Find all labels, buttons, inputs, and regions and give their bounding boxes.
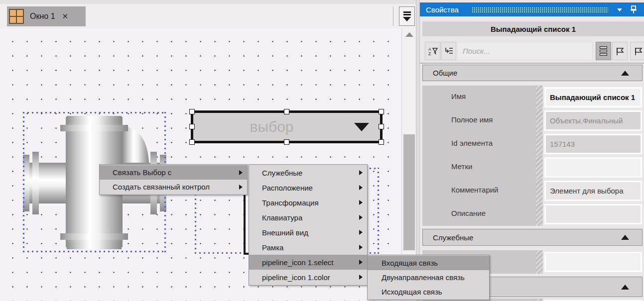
- scroll-up-icon[interactable]: [405, 32, 413, 37]
- scrollbar-thumb[interactable]: [403, 134, 415, 250]
- submenu-arrow-icon: [359, 230, 363, 235]
- overflow-icon: [403, 11, 411, 13]
- section-header-service[interactable]: Служебные: [422, 229, 643, 246]
- menu-item-link-selection[interactable]: Связать Выбор с: [100, 165, 247, 180]
- sort-az-button[interactable]: A Z: [425, 42, 440, 60]
- top-strip: [0, 0, 416, 4]
- submenu-item-transform[interactable]: Трансформация: [249, 195, 367, 210]
- submenu-arrow-icon: [359, 245, 363, 250]
- submenu-item-pipeline-color[interactable]: pipeline_icon 1.color: [249, 270, 367, 285]
- submenu-arrow-icon: [359, 275, 363, 280]
- general-rows: Имя Выпадающий список 1 Полное имя Объек…: [420, 86, 644, 226]
- menu-item-create-linked-control[interactable]: Создать связанный контрол: [100, 180, 247, 194]
- submenu-item-pipeline-select[interactable]: pipeline_icon 1.select: [249, 255, 367, 270]
- toolbar-divider: [420, 63, 644, 64]
- search-box[interactable]: [457, 42, 593, 60]
- submenu-item-service[interactable]: Служебные: [249, 165, 367, 180]
- submenu-arrow-icon: [359, 260, 363, 265]
- submenu-item-bidirectional-link[interactable]: Двунаправленная связь: [368, 270, 489, 285]
- panel-title: Свойства: [426, 5, 459, 14]
- element-border-fragment-v: [244, 195, 246, 255]
- properties-panel-header[interactable]: Свойства: [420, 2, 644, 16]
- selection-handle-sw[interactable]: [189, 139, 195, 145]
- tags-field[interactable]: [544, 157, 642, 178]
- selection-handle-s[interactable]: [284, 139, 289, 145]
- list-view-icon: [600, 46, 607, 56]
- context-menu: Связать Выбор с Создать связанный контро…: [99, 164, 248, 195]
- submenu-arrow-icon: [239, 185, 243, 190]
- element-title-bar: Выпадающий список 1: [422, 21, 644, 36]
- search-input[interactable]: [458, 42, 592, 60]
- selection-handle-nw[interactable]: [189, 109, 195, 114]
- element-id-field: 157143: [544, 134, 642, 154]
- jump-to-element-icon: [444, 46, 454, 56]
- flag-filter-button[interactable]: [612, 42, 628, 60]
- selection-handle-n[interactable]: [284, 109, 289, 114]
- submenu-item-keyboard[interactable]: Клавиатура: [249, 210, 367, 225]
- dropdown-control-label: выбор: [193, 113, 350, 141]
- element-title: Выпадающий список 1: [491, 25, 576, 33]
- pin-icon[interactable]: [630, 5, 637, 13]
- jump-to-element-button[interactable]: [441, 42, 456, 60]
- tab-bar: Окно 1 ✕: [0, 4, 416, 28]
- submenu-arrow-icon: [359, 170, 363, 175]
- link-type-submenu: Входящая связь Двунаправленная связь Исх…: [367, 255, 490, 300]
- submenu-item-appearance[interactable]: Внешний вид: [249, 225, 367, 240]
- tab-overflow-button[interactable]: [399, 6, 415, 26]
- submenu-item-layout[interactable]: Расположение: [249, 180, 367, 195]
- collapse-chevron-icon[interactable]: [621, 71, 629, 76]
- selection-handle-e[interactable]: [379, 124, 384, 129]
- full-name-field: Объекты.Финальный: [544, 110, 642, 131]
- submenu-item-incoming-link[interactable]: Входящая связь: [368, 256, 489, 270]
- service-field[interactable]: [544, 252, 642, 272]
- selection-handle-se[interactable]: [379, 139, 384, 145]
- app-window: Окно 1 ✕: [0, 0, 644, 301]
- dropdown-arrow-icon: [354, 123, 369, 131]
- submenu-arrow-icon: [239, 170, 243, 175]
- property-row-name: Имя Выпадающий список 1: [420, 86, 644, 109]
- property-row-comment: Комментарий Элемент для выбора: [420, 179, 644, 202]
- collapse-chevron-icon[interactable]: [621, 285, 629, 290]
- property-row-fullname: Полное имя Объекты.Финальный: [420, 109, 644, 132]
- submenu-item-outgoing-link[interactable]: Исходящая связь: [368, 285, 489, 299]
- tab-close-icon[interactable]: ✕: [62, 12, 69, 21]
- submenu-arrow-icon: [359, 215, 363, 220]
- properties-submenu: Служебные Расположение Трансформация Кла…: [249, 164, 368, 286]
- dropdown-control[interactable]: выбор: [191, 110, 383, 143]
- collapse-chevron-icon[interactable]: [621, 235, 629, 240]
- name-field[interactable]: Выпадающий список 1: [544, 87, 642, 107]
- submenu-item-frame[interactable]: Рамка: [249, 240, 367, 255]
- sort-az-icon: A Z: [428, 46, 438, 56]
- flag-icon: [615, 46, 625, 56]
- property-row-id: Id элемента 157143: [420, 132, 644, 156]
- comment-field[interactable]: Элемент для выбора: [544, 181, 642, 201]
- panel-menu-chevron-icon[interactable]: [617, 8, 622, 11]
- property-row-description: Описание: [420, 202, 644, 226]
- selection-handle-ne[interactable]: [379, 109, 384, 114]
- submenu-arrow-icon: [359, 185, 363, 190]
- column-splitter[interactable]: [536, 86, 543, 109]
- svg-text:Z: Z: [428, 51, 431, 56]
- section-header-general[interactable]: Общие: [422, 65, 643, 81]
- tab-window-1[interactable]: Окно 1 ✕: [7, 6, 86, 26]
- selection-handle-w[interactable]: [189, 124, 195, 129]
- property-row-tags: Метки: [420, 156, 644, 179]
- description-field[interactable]: [544, 204, 642, 224]
- flag-tag-icon: [633, 46, 643, 56]
- tab-title: Окно 1: [30, 12, 55, 21]
- window-grid-icon: [9, 9, 24, 24]
- flag-tag-button[interactable]: [630, 42, 644, 60]
- properties-toolbar: A Z: [420, 42, 644, 60]
- list-view-button[interactable]: [596, 42, 611, 60]
- drag-handle-texture[interactable]: [472, 7, 608, 12]
- tabbar-divider: [393, 6, 393, 26]
- submenu-arrow-icon: [359, 200, 363, 205]
